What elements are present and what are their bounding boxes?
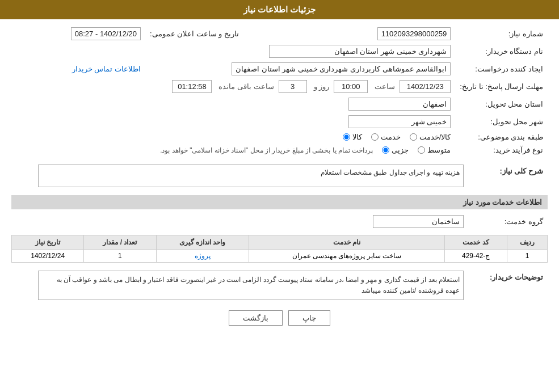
cell-code: ج-42-429 (445, 250, 507, 263)
remaining-value: 01:12:58 (172, 80, 212, 93)
city-value: خمینی شهر (348, 115, 451, 128)
remaining-label: ساعت باقی مانده (218, 82, 274, 91)
service-group-row: گروه خدمت: ساختمان (11, 213, 548, 230)
col-unit: واحد اندازه گیری (156, 235, 249, 250)
services-section-title: اطلاعات خدمات مورد نیاز (11, 195, 548, 209)
process-jozi[interactable]: جزیی (382, 146, 409, 154)
category-option-kala[interactable]: کالا (343, 133, 362, 141)
services-table-header-row: ردیف کد خدمت نام خدمت واحد اندازه گیری ت… (12, 235, 548, 250)
process-label: نوع فرآیند خرید: (455, 144, 548, 157)
description-row: شرح کلی نیاز: هزینه تهیه و اجرای جداول ط… (11, 162, 548, 189)
send-days-value: 3 (279, 80, 307, 93)
send-time-value: 10:00 (334, 80, 368, 93)
process-type-group: متوسط جزیی پرداخت تمام یا بخشی از مبلغ خ… (16, 146, 451, 154)
services-table: ردیف کد خدمت نام خدمت واحد اندازه گیری ت… (11, 235, 548, 263)
page-header: جزئیات اطلاعات نیاز (0, 0, 559, 19)
buyer-org-label: نام دستگاه خریدار: (455, 43, 548, 60)
services-table-head: ردیف کد خدمت نام خدمت واحد اندازه گیری ت… (12, 235, 548, 250)
description-value: هزینه تهیه و اجرای جداول طبق مشخصات استع… (38, 165, 464, 187)
page-wrapper: جزئیات اطلاعات نیاز شماره نیاز: 11020932… (0, 0, 559, 392)
service-group-value: ساختمان (373, 215, 464, 228)
description-section: شرح کلی نیاز: هزینه تهیه و اجرای جداول ط… (11, 162, 548, 189)
category-option-kala-khedmat[interactable]: کالا/خدمت (410, 133, 451, 141)
send-date-row: مهلت ارسال پاسخ: تا تاریخ: 1402/12/23 سا… (11, 78, 548, 95)
city-label: شهر محل تحویل: (455, 113, 548, 130)
buyer-notes-row: توضیحات خریدار: استعلام بعد از قیمت گذار… (11, 268, 548, 302)
category-row: طبقه بندی موضوعی: کالا/خدمت خدمت (11, 130, 548, 144)
province-label: استان محل تحویل: (455, 95, 548, 113)
announce-date-label: تاریخ و ساعت اعلان عمومی: (145, 25, 256, 43)
col-radif: ردیف (507, 235, 547, 250)
col-quantity: تعداد / مقدار (84, 235, 156, 250)
table-row: 1ج-42-429ساخت سایر پروژه‌های مهندسی عمرا… (12, 250, 548, 263)
creator-row: ایجاد کننده درخواست: ابوالقاسم عموشاهی ک… (11, 60, 548, 78)
main-content: شماره نیاز: 1102093298000259 تاریخ و ساع… (0, 19, 559, 337)
contact-link[interactable]: اطلاعات تماس خریدار (72, 65, 141, 73)
buyer-notes-value: استعلام بعد از قیمت گذاری و مهر و امضا ،… (38, 271, 464, 300)
need-number-row: شماره نیاز: 1102093298000259 تاریخ و ساع… (11, 25, 548, 43)
need-number-value: 1102093298000259 (377, 27, 451, 40)
need-number-label: شماره نیاز: (455, 25, 548, 43)
creator-value: ابوالقاسم عموشاهی کاربرداری شهرداری خمین… (232, 62, 451, 75)
print-button[interactable]: چاپ (288, 310, 330, 326)
main-info-table: شماره نیاز: 1102093298000259 تاریخ و ساع… (11, 25, 548, 157)
province-value: اصفهان (348, 98, 451, 111)
button-row: چاپ بازگشت (11, 310, 548, 326)
service-group-table: گروه خدمت: ساختمان (11, 213, 548, 230)
description-table: شرح کلی نیاز: هزینه تهیه و اجرای جداول ط… (11, 162, 548, 189)
process-type-row: نوع فرآیند خرید: متوسط جزیی پرداخت ت (11, 144, 548, 157)
cell-quantity: 1 (84, 250, 156, 263)
send-date-label: مهلت ارسال پاسخ: تا تاریخ: (455, 78, 548, 95)
category-radio-group: کالا/خدمت خدمت کالا (343, 133, 451, 141)
services-table-body: 1ج-42-429ساخت سایر پروژه‌های مهندسی عمرا… (12, 250, 548, 263)
send-days-label: روز و (314, 82, 330, 91)
category-option-khedmat[interactable]: خدمت (371, 133, 401, 141)
back-button[interactable]: بازگشت (229, 310, 283, 326)
buyer-org-row: نام دستگاه خریدار: شهرداری خمینی شهر است… (11, 43, 548, 60)
category-label: طبقه بندی موضوعی: (455, 130, 548, 144)
col-code: کد خدمت (445, 235, 507, 250)
buyer-org-value: شهرداری خمینی شهر استان اصفهان (269, 45, 451, 58)
cell-row: 1 (507, 250, 547, 263)
cell-unit: پروژه (156, 250, 249, 263)
col-name: نام خدمت (249, 235, 445, 250)
process-note: پرداخت تمام یا بخشی از مبلغ خریدار از مح… (160, 146, 373, 154)
page-title: جزئیات اطلاعات نیاز (243, 5, 316, 14)
process-motavasset[interactable]: متوسط (418, 146, 451, 154)
announce-date-value: 1402/12/20 - 08:27 (71, 27, 141, 40)
buyer-notes-table: توضیحات خریدار: استعلام بعد از قیمت گذار… (11, 268, 548, 302)
service-group-label: گروه خدمت: (468, 213, 548, 230)
send-date-value: 1402/12/23 (400, 80, 451, 93)
cell-name: ساخت سایر پروژه‌های مهندسی عمران (249, 250, 445, 263)
city-row: شهر محل تحویل: خمینی شهر (11, 113, 548, 130)
province-row: استان محل تحویل: اصفهان (11, 95, 548, 113)
send-time-label: ساعت (375, 82, 395, 91)
description-label: شرح کلی نیاز: (468, 162, 548, 189)
col-date: تاریخ نیاز (12, 235, 84, 250)
creator-label: ایجاد کننده درخواست: (455, 60, 548, 78)
cell-date: 1402/12/24 (12, 250, 84, 263)
buyer-notes-label: توضیحات خریدار: (468, 268, 548, 302)
